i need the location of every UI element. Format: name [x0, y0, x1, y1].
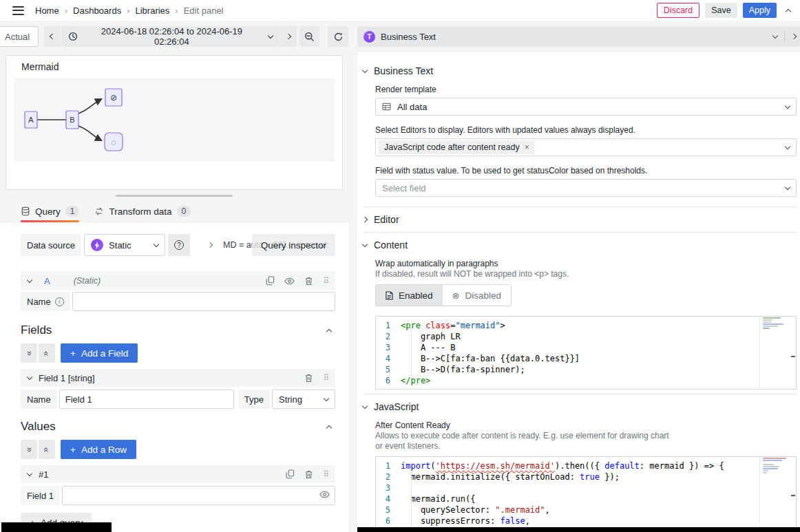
drag-handle-icon[interactable]: ⠿	[323, 276, 328, 286]
section-editor[interactable]: Editor	[363, 211, 797, 228]
section-javascript[interactable]: JavaScript	[363, 398, 797, 416]
datasource-picker[interactable]: Static	[84, 234, 165, 256]
options-pane: T Business Text Business Text Render tem…	[357, 21, 800, 532]
code-line[interactable]: 2 mermaid.initialize({ startOnLoad: true…	[376, 471, 796, 482]
eye-icon[interactable]	[319, 491, 330, 498]
code-line[interactable]: 2 graph LR	[376, 331, 796, 342]
wrap-disabled-option[interactable]: ⊗ Disabled	[443, 285, 511, 306]
apply-button[interactable]: Apply	[743, 3, 777, 18]
breadcrumb-libraries[interactable]: Libraries	[135, 6, 169, 16]
line-number: 5	[376, 504, 401, 515]
hide-query-icon[interactable]	[284, 277, 295, 285]
code-line[interactable]: 1import('https://esm.sh/mermaid').then((…	[376, 460, 796, 471]
drag-handle-icon[interactable]: ⠿	[323, 373, 328, 383]
code-line[interactable]: 6 suppressErrors: false,	[376, 515, 796, 526]
breadcrumb-edit-panel: Edit panel	[184, 6, 224, 16]
field-name-input[interactable]	[59, 390, 234, 409]
double-chevron-up-icon: «	[41, 447, 52, 451]
breadcrumb-home[interactable]: Home	[35, 6, 59, 16]
collapse-section-icon[interactable]	[326, 328, 332, 334]
left-pane: Actual 2024-06-18 02:26:04 to 2024-06-19…	[0, 21, 348, 532]
line-number: 3	[376, 342, 401, 353]
code-line[interactable]: 3 A --- B	[376, 342, 796, 353]
add-field-button[interactable]: +Add a Field	[61, 343, 138, 363]
status-field-select[interactable]: Select field	[375, 179, 797, 197]
code-line[interactable]: 1<pre class="mermaid">	[376, 320, 796, 331]
minimap	[759, 457, 790, 527]
editors-multiselect[interactable]: JavaScript code after content ready ×	[375, 138, 797, 156]
section-business-text[interactable]: Business Text	[363, 62, 797, 80]
delete-query-icon[interactable]	[304, 276, 313, 286]
delete-row-icon[interactable]	[304, 469, 313, 479]
value-row-1-header[interactable]: #1 ⠿	[21, 465, 335, 483]
field-1-actions: ⠿	[304, 373, 328, 383]
datasource-help-button[interactable]: ?	[168, 234, 190, 256]
query-name-input[interactable]	[72, 292, 335, 311]
options-expand-right-button[interactable]	[792, 34, 796, 39]
clock-icon	[68, 32, 78, 41]
line-number: 3	[376, 482, 401, 493]
code-line[interactable]: 5 querySelector: ".mermaid",	[376, 504, 796, 515]
delete-field-icon[interactable]	[304, 373, 313, 383]
value-row-1-label: #1	[39, 469, 48, 480]
node-c: ⊘	[105, 89, 122, 106]
js-code-editor[interactable]: 1import('https://esm.sh/mermaid').then((…	[375, 456, 797, 527]
chevron-left-icon	[50, 34, 55, 39]
field-type-select[interactable]: String	[272, 390, 335, 409]
tab-transform-data[interactable]: Transform data 0	[94, 206, 191, 222]
render-template-select[interactable]: All data	[375, 98, 797, 116]
time-range-button[interactable]: 2024-06-18 02:26:04 to 2024-06-19 02:26:…	[61, 26, 280, 47]
time-shift-back-button[interactable]	[44, 26, 61, 47]
grafana-edit-panel: Home › Dashboards › Libraries › Edit pan…	[0, 0, 800, 532]
zoom-out-time-button[interactable]	[299, 26, 320, 47]
panel-size-button[interactable]: Actual	[0, 26, 39, 47]
chevron-down-icon	[772, 32, 778, 38]
duplicate-query-icon[interactable]	[266, 276, 275, 286]
drag-handle-icon[interactable]: ⠿	[323, 469, 328, 479]
save-button[interactable]: Save	[705, 3, 737, 18]
section-divider	[363, 394, 797, 394]
code-line[interactable]: 5 B-->D(fa:fa-spinner);	[376, 364, 796, 375]
query-row-header[interactable]: A (Static) ⠿	[21, 271, 335, 290]
code-line[interactable]: 6</pre>	[376, 375, 796, 386]
time-picker-group: 2024-06-18 02:26:04 to 2024-06-19 02:26:…	[44, 26, 296, 47]
pane-resize-handle[interactable]	[116, 195, 233, 198]
wrap-enabled-option[interactable]: Enabled	[376, 285, 443, 306]
chevron-down-icon	[27, 470, 32, 476]
code-line[interactable]: 4 B-->C[fa:fa-ban {{data.0.test}}]	[376, 353, 796, 364]
scrollbar[interactable]	[790, 317, 796, 389]
discard-button[interactable]: Discard	[657, 3, 699, 18]
duplicate-row-icon[interactable]	[286, 469, 295, 479]
menu-icon[interactable]	[12, 6, 24, 15]
value-field-input[interactable]	[62, 486, 335, 505]
content-code-editor[interactable]: 1<pre class="mermaid">2 graph LR3 A --- …	[375, 316, 797, 390]
section-content[interactable]: Content	[363, 236, 797, 254]
collapse-all-fields-button[interactable]: «	[21, 343, 37, 363]
chevron-right-icon	[207, 242, 213, 248]
tab-query[interactable]: Query 1	[21, 206, 79, 222]
indent-guide	[411, 331, 412, 375]
options-collapse-button[interactable]	[773, 36, 777, 38]
render-template-value: All data	[397, 102, 427, 112]
after-content-ready-description: Allows to execute code after content is …	[375, 431, 797, 451]
ban-icon: ⊘	[110, 93, 117, 103]
field-1-header[interactable]: Field 1 [string] ⠿	[21, 369, 335, 387]
expand-all-rows-button[interactable]: «	[39, 440, 55, 459]
query-stats: MD = auto = 691 Interval: Query inspecto…	[198, 234, 335, 256]
code-line[interactable]: 4 mermaid.run({	[376, 493, 796, 504]
expand-all-fields-button[interactable]: «	[39, 343, 55, 363]
collapse-section-icon[interactable]	[326, 425, 332, 430]
breadcrumb-dashboards[interactable]: Dashboards	[73, 6, 121, 16]
code-line[interactable]: 3	[376, 482, 796, 493]
time-shift-forward-button[interactable]	[280, 26, 297, 47]
query-inspector-button[interactable]: Query inspector	[252, 234, 335, 256]
wrap-paragraphs-toggle: Enabled ⊗ Disabled	[375, 284, 512, 306]
scrollbar[interactable]	[790, 457, 796, 527]
remove-tag-icon[interactable]: ×	[525, 142, 529, 152]
chevron-right-icon	[362, 217, 368, 222]
add-row-button[interactable]: +Add a Row	[61, 440, 136, 459]
collapse-header-button[interactable]	[786, 8, 790, 14]
refresh-button[interactable]	[328, 26, 348, 47]
collapse-all-rows-button[interactable]: «	[21, 440, 37, 459]
options-pane-header: T Business Text	[357, 26, 800, 47]
